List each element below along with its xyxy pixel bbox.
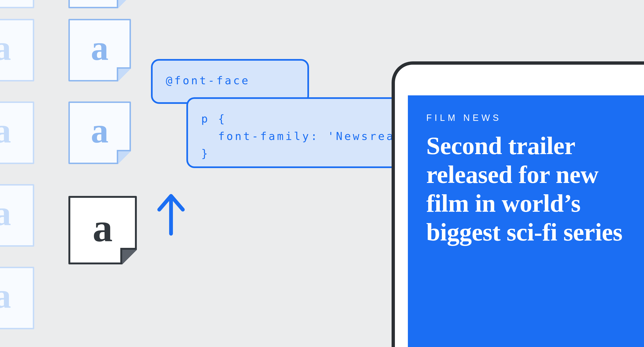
- font-file-tile: a: [0, 102, 34, 164]
- font-file-tile: a: [0, 0, 34, 8]
- font-file-tile: a: [0, 19, 34, 82]
- font-file-tile: a: [68, 0, 131, 8]
- font-file-selected: a: [68, 196, 137, 264]
- font-file-tile: a: [68, 102, 131, 164]
- device-frame: FILM NEWS Second trailer released for ne…: [392, 61, 644, 347]
- illustration-stage: a a a a a a a a a @font-face p { font-fa…: [0, 0, 644, 347]
- article-headline: Second trailer released for new film in …: [426, 132, 635, 247]
- font-file-tile: a: [68, 19, 131, 82]
- upload-arrow-icon: [153, 191, 189, 236]
- font-file-tile: a: [0, 267, 34, 329]
- font-file-tile: a: [0, 184, 34, 247]
- article-card: FILM NEWS Second trailer released for ne…: [408, 95, 644, 347]
- article-kicker: FILM NEWS: [426, 113, 635, 123]
- code-snippet-fontfamily: p { font-family: 'Newsrea }: [186, 97, 422, 168]
- page-fold-icon: [120, 248, 137, 264]
